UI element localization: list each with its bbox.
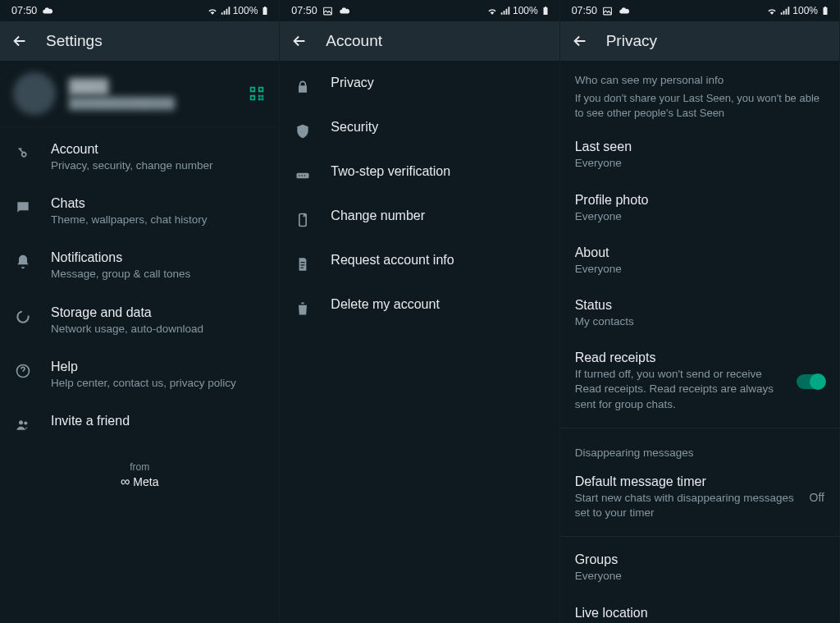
account-item-changenumber[interactable]: Change number [280, 197, 559, 241]
account-item-requestinfo[interactable]: Request account info [280, 241, 559, 286]
data-usage-icon [13, 307, 33, 327]
wifi-icon [766, 5, 778, 16]
pref-title: Profile photo [575, 193, 824, 208]
item-title: Request account info [331, 253, 546, 268]
signal-icon [220, 5, 231, 16]
trash-icon [293, 299, 313, 318]
item-title: Privacy [331, 76, 546, 90]
pref-subtitle: Start new chats with disappearing messag… [575, 491, 800, 520]
settings-item-account[interactable]: Account Privacy, security, change number [0, 131, 279, 185]
account-appbar: Account [280, 21, 559, 61]
svg-point-3 [24, 422, 27, 425]
clock-time: 07:50 [291, 5, 317, 16]
pref-title: Last seen [575, 140, 824, 154]
pref-status[interactable]: Status My contacts [560, 287, 839, 340]
item-subtitle: Message, group & call tones [51, 267, 266, 282]
avatar [13, 72, 56, 115]
item-title: Account [51, 142, 266, 157]
people-icon [13, 415, 33, 435]
qr-code-icon[interactable] [248, 85, 266, 103]
pref-profile-photo[interactable]: Profile photo Everyone [560, 182, 839, 235]
back-button[interactable] [570, 31, 590, 51]
battery-pct: 100% [233, 5, 258, 16]
pref-subtitle: My contacts [575, 314, 824, 329]
battery-icon [540, 5, 551, 16]
pref-read-receipts[interactable]: Read receipts If turned off, you won't s… [560, 340, 839, 423]
svg-point-0 [17, 311, 28, 322]
pref-title: Default message timer [575, 474, 800, 489]
settings-pane: 07:50 100% Settings ████ ██████████████ [0, 0, 280, 623]
page-title: Account [326, 32, 382, 50]
image-icon [322, 5, 334, 16]
status-bar: 07:50 100% [280, 0, 559, 21]
lock-icon [293, 77, 313, 97]
chat-icon [13, 198, 33, 218]
item-title: Delete my account [331, 297, 546, 312]
phone-icon [293, 210, 313, 230]
settings-item-storage[interactable]: Storage and data Network usage, auto-dow… [0, 294, 279, 348]
item-title: Invite a friend [51, 414, 266, 428]
settings-item-notifications[interactable]: Notifications Message, group & call tone… [0, 239, 279, 293]
account-item-security[interactable]: Security [280, 108, 559, 153]
document-icon [293, 254, 313, 274]
divider [560, 428, 839, 428]
settings-item-help[interactable]: Help Help center, contact us, privacy po… [0, 348, 279, 402]
pref-subtitle: If turned off, you won't send or receive… [575, 367, 787, 412]
profile-row[interactable]: ████ ██████████████ [0, 61, 279, 127]
battery-pct: 100% [792, 5, 818, 16]
profile-name: ████ [69, 79, 235, 95]
pref-title: Groups [575, 552, 824, 567]
page-title: Settings [46, 32, 103, 50]
pref-title: Status [575, 298, 824, 313]
pref-subtitle: Everyone [575, 569, 824, 584]
account-pane: 07:50 100% Account Privacy Security [280, 0, 559, 623]
battery-icon [819, 5, 831, 16]
settings-appbar: Settings [0, 21, 279, 61]
section-hint: If you don't share your Last Seen, you w… [560, 91, 839, 129]
pref-value: Off [810, 491, 824, 504]
item-title: Two-step verification [331, 164, 546, 179]
pref-subtitle: Everyone [575, 209, 824, 224]
battery-icon [259, 5, 271, 16]
item-subtitle: Network usage, auto-download [51, 322, 266, 337]
settings-item-invite[interactable]: Invite a friend [0, 402, 279, 447]
svg-point-8 [304, 175, 306, 176]
item-title: Notifications [51, 250, 266, 265]
pref-subtitle: Everyone [575, 262, 824, 277]
back-button[interactable] [290, 31, 309, 51]
settings-item-chats[interactable]: Chats Theme, wallpapers, chat history [0, 185, 279, 239]
pref-groups[interactable]: Groups Everyone [560, 542, 839, 594]
item-title: Help [51, 360, 266, 374]
svg-point-7 [302, 175, 304, 176]
item-title: Change number [331, 208, 546, 223]
signal-icon [779, 5, 791, 16]
clock-time: 07:50 [11, 5, 37, 16]
item-subtitle: Privacy, security, change number [51, 158, 266, 173]
status-bar: 07:50 100% [0, 0, 279, 21]
clock-time: 07:50 [572, 5, 597, 16]
read-receipts-switch[interactable] [797, 374, 824, 389]
item-title: Storage and data [51, 305, 266, 320]
signal-icon [500, 5, 511, 16]
help-icon [13, 361, 33, 381]
shield-icon [293, 121, 313, 141]
page-title: Privacy [606, 32, 657, 50]
item-subtitle: Theme, wallpapers, chat history [51, 213, 266, 227]
pref-last-seen[interactable]: Last seen Everyone [560, 129, 839, 181]
bell-icon [13, 252, 33, 272]
item-title: Chats [51, 196, 266, 211]
pin-icon [293, 166, 313, 186]
profile-status: ██████████████ [69, 97, 235, 109]
key-icon [13, 144, 33, 163]
cloud-icon [42, 5, 53, 16]
pref-live-location[interactable]: Live location None [560, 595, 839, 623]
pref-about[interactable]: About Everyone [560, 235, 839, 287]
account-item-twostep[interactable]: Two-step verification [280, 153, 559, 197]
back-button[interactable] [10, 31, 30, 51]
pref-default-timer[interactable]: Default message timer Start new chats wi… [560, 464, 839, 531]
account-item-privacy[interactable]: Privacy [280, 64, 559, 108]
cloud-icon [619, 5, 630, 16]
section-header-personal-info: Who can see my personal info [560, 61, 839, 91]
wifi-icon [486, 5, 498, 16]
account-item-delete[interactable]: Delete my account [280, 286, 559, 330]
